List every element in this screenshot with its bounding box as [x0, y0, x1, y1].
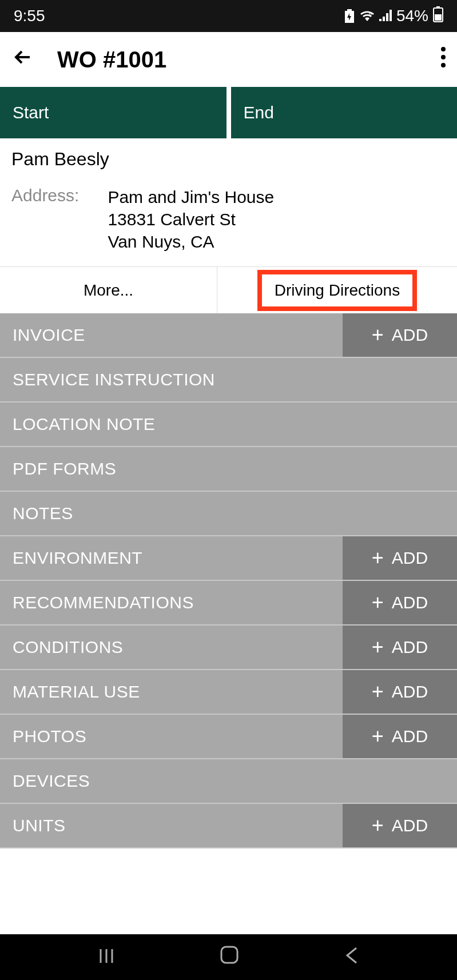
section-item[interactable]: LOCATION NOTE	[0, 403, 457, 447]
customer-info: Pam Beesly Address: Pam and Jim's House …	[0, 138, 457, 266]
section-item[interactable]: NOTES	[0, 492, 457, 536]
section-item[interactable]: INVOICE+ADD	[0, 313, 457, 358]
section-item[interactable]: MATERIAL USE+ADD	[0, 670, 457, 715]
section-label: ENVIRONMENT	[0, 548, 343, 568]
battery-saver-icon	[344, 9, 355, 23]
svg-text:6: 6	[369, 11, 372, 17]
section-list: INVOICE+ADDSERVICE INSTRUCTIONLOCATION N…	[0, 313, 457, 848]
system-nav-bar	[0, 934, 457, 980]
plus-icon: +	[372, 591, 384, 615]
page-title: WO #1001	[57, 47, 418, 73]
add-label: ADD	[392, 593, 428, 612]
plus-icon: +	[372, 680, 384, 704]
section-item[interactable]: RECOMMENDATIONS+ADD	[0, 581, 457, 626]
section-label: RECOMMENDATIONS	[0, 593, 343, 612]
add-label: ADD	[392, 682, 428, 702]
driving-directions-button[interactable]: Driving Directions	[257, 270, 417, 311]
recent-apps-icon[interactable]	[98, 946, 114, 969]
section-label: SERVICE INSTRUCTION	[0, 370, 457, 389]
customer-name: Pam Beesly	[11, 149, 446, 170]
tabs: Start End	[0, 87, 457, 138]
section-label: MATERIAL USE	[0, 682, 343, 702]
section-label: CONDITIONS	[0, 638, 343, 657]
add-button[interactable]: +ADD	[343, 804, 457, 847]
address-value: Pam and Jim's House 13831 Calvert St Van…	[108, 186, 274, 253]
add-button[interactable]: +ADD	[343, 536, 457, 580]
back-arrow-icon[interactable]	[11, 46, 34, 74]
status-bar: 9:55 6 54%	[0, 0, 457, 32]
section-label: LOCATION NOTE	[0, 415, 457, 434]
plus-icon: +	[372, 635, 384, 659]
plus-icon: +	[372, 546, 384, 570]
section-item[interactable]: PHOTOS+ADD	[0, 715, 457, 759]
add-label: ADD	[392, 548, 428, 568]
svg-rect-2	[436, 6, 440, 8]
tab-start[interactable]: Start	[0, 87, 226, 138]
plus-icon: +	[372, 323, 384, 347]
section-item[interactable]: SERVICE INSTRUCTION	[0, 358, 457, 403]
svg-point-5	[441, 55, 446, 59]
home-icon[interactable]	[220, 945, 239, 969]
add-button[interactable]: +ADD	[343, 626, 457, 669]
battery-percent: 54%	[396, 7, 428, 25]
add-label: ADD	[392, 638, 428, 657]
section-item[interactable]: CONDITIONS+ADD	[0, 626, 457, 670]
svg-rect-10	[221, 947, 237, 963]
plus-icon: +	[372, 814, 384, 838]
directions-wrapper: Driving Directions	[217, 267, 457, 313]
section-label: PHOTOS	[0, 727, 343, 746]
address-label: Address:	[11, 186, 79, 253]
wifi-icon: 6	[360, 7, 375, 25]
svg-point-6	[441, 63, 446, 67]
svg-rect-3	[435, 14, 442, 21]
section-label: NOTES	[0, 504, 457, 523]
address-line1: Pam and Jim's House	[108, 186, 274, 208]
more-menu-icon[interactable]	[441, 47, 446, 73]
section-label: INVOICE	[0, 325, 343, 345]
section-item[interactable]: PDF FORMS	[0, 447, 457, 492]
add-button[interactable]: +ADD	[343, 715, 457, 758]
add-label: ADD	[392, 325, 428, 345]
action-row: More... Driving Directions	[0, 266, 457, 313]
section-label: PDF FORMS	[0, 459, 457, 479]
address-line3: Van Nuys, CA	[108, 230, 274, 253]
signal-icon	[379, 7, 392, 25]
app-bar: WO #1001	[0, 32, 457, 87]
section-item[interactable]: DEVICES	[0, 759, 457, 804]
svg-point-4	[441, 47, 446, 51]
section-label: UNITS	[0, 816, 343, 835]
add-button[interactable]: +ADD	[343, 581, 457, 624]
status-indicators: 6 54%	[344, 6, 443, 26]
add-label: ADD	[392, 727, 428, 746]
add-button[interactable]: +ADD	[343, 313, 457, 357]
address-line2: 13831 Calvert St	[108, 208, 274, 230]
add-button[interactable]: +ADD	[343, 670, 457, 714]
section-item[interactable]: ENVIRONMENT+ADD	[0, 536, 457, 581]
section-label: DEVICES	[0, 771, 457, 791]
add-label: ADD	[392, 816, 428, 835]
status-time: 9:55	[14, 7, 45, 25]
tab-end[interactable]: End	[231, 87, 458, 138]
battery-icon	[433, 6, 443, 26]
back-icon[interactable]	[345, 946, 359, 969]
plus-icon: +	[372, 724, 384, 748]
more-button[interactable]: More...	[0, 267, 217, 313]
section-item[interactable]: UNITS+ADD	[0, 804, 457, 848]
